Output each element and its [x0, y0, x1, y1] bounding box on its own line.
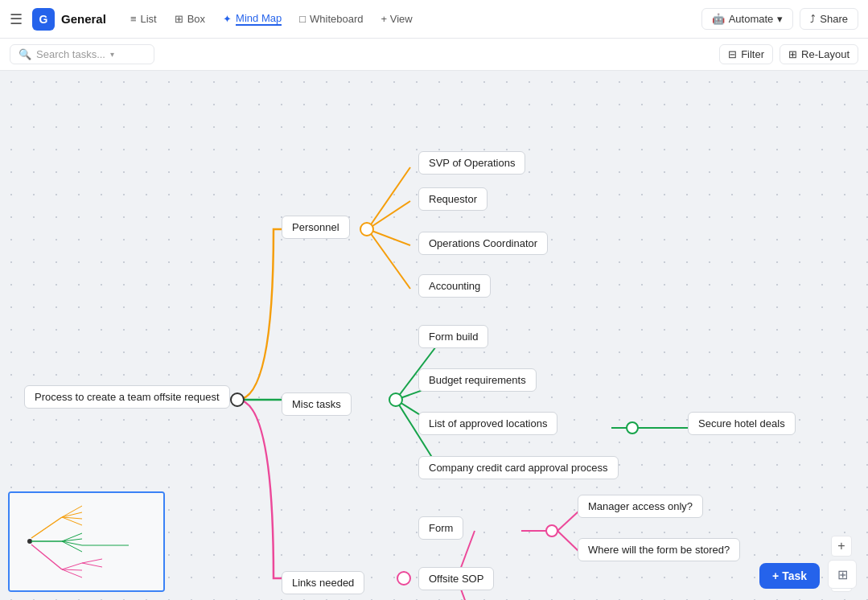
approved-loc-label: List of approved locations	[429, 417, 547, 429]
minimap[interactable]	[8, 491, 165, 592]
whiteboard-icon: □	[299, 13, 306, 25]
svg-point-15	[546, 525, 557, 536]
form-build-node[interactable]: Form build	[418, 325, 488, 348]
nav-mindmap-label: Mind Map	[236, 12, 282, 26]
accounting-node[interactable]: Accounting	[418, 274, 491, 298]
hotel-deals-node[interactable]: Secure hotel deals	[688, 412, 796, 435]
personnel-node[interactable]: Personnel	[282, 216, 350, 239]
svg-line-0	[368, 167, 410, 229]
automate-chevron: ▾	[777, 13, 783, 25]
misc-node[interactable]: Misc tasks	[282, 392, 352, 416]
minimap-svg	[10, 493, 163, 590]
cc-approval-label: Company credit card approval process	[429, 462, 608, 474]
share-button[interactable]: ⤴ Share	[800, 8, 858, 30]
root-label: Process to create a team offsite request	[35, 391, 220, 403]
form-node[interactable]: Form	[418, 516, 463, 540]
filter-label: Filter	[741, 48, 764, 60]
menu-icon[interactable]: ☰	[10, 10, 23, 28]
app-logo: G	[32, 8, 55, 31]
nav-list-label: List	[140, 13, 156, 25]
box-icon: ⊞	[175, 13, 183, 25]
personnel-circle[interactable]	[360, 222, 374, 236]
svg-line-17	[557, 531, 579, 552]
offsite-sop-node[interactable]: Offsite SOP	[418, 567, 494, 590]
main-nav: ≡ List ⊞ Box ✦ Mind Map □ Whiteboard + V…	[122, 8, 421, 30]
toolbar: 🔍 Search tasks... ▾ ⊟ Filter ⊞ Re-Layout	[0, 39, 868, 71]
manager-access-node[interactable]: Manager access only?	[578, 495, 703, 518]
mindmap-icon: ✦	[223, 13, 232, 25]
nav-mindmap[interactable]: ✦ Mind Map	[215, 8, 290, 30]
svg-line-2	[368, 229, 410, 245]
budget-node[interactable]: Budget requirements	[418, 368, 537, 392]
svg-line-16	[557, 511, 579, 531]
misc-label: Misc tasks	[292, 398, 341, 410]
nav-box-label: Box	[187, 13, 205, 25]
nav-add-view[interactable]: + View	[373, 9, 421, 29]
relayout-icon: ⊞	[788, 48, 797, 60]
filter-button[interactable]: ⊟ Filter	[719, 44, 773, 64]
header: ☰ G General ≡ List ⊞ Box ✦ Mind Map □ Wh…	[0, 0, 868, 39]
relayout-label: Re-Layout	[801, 48, 849, 60]
accounting-label: Accounting	[429, 280, 480, 292]
links-circle[interactable]	[397, 571, 411, 586]
form-label: Form	[429, 522, 453, 534]
zoom-in-button[interactable]: +	[831, 536, 852, 557]
root-circle[interactable]	[230, 392, 245, 407]
list-icon: ≡	[130, 13, 137, 25]
ops-coord-label: Operations Coordinator	[429, 237, 537, 249]
nav-list[interactable]: ≡ List	[122, 9, 165, 29]
toolbar-right: ⊟ Filter ⊞ Re-Layout	[719, 44, 858, 64]
search-box[interactable]: 🔍 Search tasks... ▾	[10, 44, 154, 64]
links-label: Links needed	[292, 577, 354, 589]
search-chevron-icon: ▾	[110, 50, 114, 59]
grid-view-button[interactable]: ⊞	[828, 560, 857, 589]
nav-whiteboard-label: Whiteboard	[310, 13, 363, 25]
hotel-deals-label: Secure hotel deals	[698, 417, 785, 429]
automate-button[interactable]: 🤖 Automate ▾	[701, 8, 794, 30]
relayout-button[interactable]: ⊞ Re-Layout	[780, 44, 858, 64]
header-actions: 🤖 Automate ▾ ⤴ Share	[701, 8, 858, 30]
form-build-label: Form build	[429, 331, 478, 343]
form-stored-node[interactable]: Where will the form be stored?	[578, 538, 740, 561]
offsite-sop-label: Offsite SOP	[429, 573, 483, 585]
links-node[interactable]: Links needed	[282, 571, 364, 594]
add-task-button[interactable]: + Task	[759, 563, 820, 589]
mind-map-canvas[interactable]: Process to create a team offsite request…	[0, 71, 868, 600]
automate-icon: 🤖	[712, 13, 725, 25]
share-label: Share	[820, 13, 848, 25]
ops-coord-node[interactable]: Operations Coordinator	[418, 232, 548, 255]
budget-label: Budget requirements	[429, 374, 526, 386]
svg-line-1	[368, 201, 410, 229]
share-icon: ⤴	[810, 13, 816, 25]
filter-icon: ⊟	[728, 48, 737, 60]
form-stored-label: Where will the form be stored?	[588, 544, 730, 556]
search-placeholder: Search tasks...	[36, 48, 105, 60]
nav-view-label: + View	[381, 13, 413, 25]
cc-approval-node[interactable]: Company credit card approval process	[418, 456, 619, 479]
manager-access-label: Manager access only?	[588, 500, 693, 512]
add-task-label: + Task	[772, 569, 807, 582]
svg-point-9	[627, 422, 638, 434]
nav-box[interactable]: ⊞ Box	[167, 9, 213, 29]
svp-node[interactable]: SVP of Operations	[418, 151, 525, 175]
requestor-label: Requestor	[429, 193, 477, 205]
approved-loc-node[interactable]: List of approved locations	[418, 412, 557, 435]
grid-icon: ⊞	[837, 567, 848, 582]
misc-circle[interactable]	[389, 392, 403, 407]
svg-line-3	[368, 229, 410, 289]
nav-whiteboard[interactable]: □ Whiteboard	[291, 9, 371, 29]
personnel-label: Personnel	[292, 221, 339, 233]
root-node[interactable]: Process to create a team offsite request	[24, 385, 230, 409]
requestor-node[interactable]: Requestor	[418, 187, 487, 211]
search-icon: 🔍	[19, 48, 31, 60]
header-title: General	[61, 12, 106, 26]
automate-label: Automate	[729, 13, 774, 25]
svp-label: SVP of Operations	[429, 157, 515, 169]
